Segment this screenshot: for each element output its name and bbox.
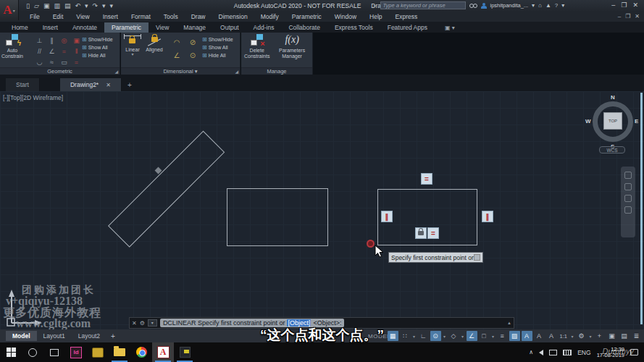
status-toggle-icon[interactable]: ≣ bbox=[631, 331, 642, 341]
start-button[interactable] bbox=[0, 342, 22, 362]
status-toggle-icon[interactable]: ▣ bbox=[606, 331, 617, 341]
show-hide-button[interactable]: ⊞ Show All bbox=[82, 44, 120, 51]
status-toggle-icon[interactable]: ▾ bbox=[570, 331, 574, 341]
layout-tab[interactable]: Model bbox=[6, 331, 37, 341]
indesign-icon[interactable]: Id bbox=[65, 342, 87, 362]
status-toggle-icon[interactable]: ▾ bbox=[412, 331, 417, 341]
doc-window-control-button[interactable]: ❐ bbox=[625, 13, 630, 20]
constraint-icon[interactable]: ∠ bbox=[46, 46, 58, 57]
status-toggle-icon[interactable]: ⚙ bbox=[576, 331, 587, 341]
menu-item[interactable]: Draw bbox=[185, 13, 212, 20]
lock-constraint-badge[interactable] bbox=[415, 227, 427, 239]
photo-app-icon[interactable] bbox=[87, 342, 109, 362]
show-hide-button[interactable]: ⊞ Hide All bbox=[82, 52, 120, 59]
constraint-icon[interactable]: ▭ bbox=[58, 57, 70, 68]
constraint-icon[interactable]: // bbox=[33, 46, 46, 57]
status-toggle-icon[interactable]: ∠ bbox=[467, 331, 477, 341]
volume-icon[interactable] bbox=[539, 350, 543, 355]
status-toggle-icon[interactable]: ▾ bbox=[491, 331, 495, 341]
constraint-icon[interactable]: = bbox=[70, 57, 83, 68]
rotated-rectangle-entity[interactable] bbox=[108, 130, 225, 247]
command-scroll-icon[interactable]: ▲ bbox=[507, 321, 511, 325]
dim-constraint-icon[interactable]: ◠ bbox=[169, 37, 185, 50]
search-input[interactable] bbox=[380, 1, 466, 9]
status-toggle-icon[interactable]: ◇ bbox=[448, 331, 459, 341]
constraint-icon[interactable]: ≈ bbox=[46, 57, 58, 68]
manage-panel-label[interactable]: Manage bbox=[241, 67, 312, 75]
view-cube[interactable]: TOP N S W E bbox=[591, 100, 635, 143]
wcs-dropdown[interactable]: WCS bbox=[599, 146, 625, 153]
delete-constraints-button[interactable]: × Delete Constraints bbox=[244, 34, 269, 59]
viewcube-east[interactable]: E bbox=[635, 118, 638, 125]
doc-window-control-button[interactable]: ✕ bbox=[635, 13, 640, 20]
window-control-button[interactable]: ❐ bbox=[621, 2, 627, 9]
dialog-launcher-icon[interactable]: ◢ bbox=[235, 69, 238, 74]
constraint-icon[interactable]: ∥ bbox=[46, 35, 58, 46]
constraint-icon[interactable]: = bbox=[58, 46, 70, 57]
customize-icon[interactable]: ⚙ bbox=[140, 320, 145, 327]
search-expand-icon[interactable]: ▸ bbox=[374, 3, 377, 9]
task-view-icon[interactable] bbox=[43, 342, 65, 362]
linear-constraint-button[interactable]: Linear ▾ bbox=[124, 34, 141, 56]
equal-constraint-badge[interactable]: = bbox=[427, 227, 439, 239]
window-control-button[interactable]: ✕ bbox=[632, 2, 638, 9]
dim-constraint-icon[interactable]: ∠ bbox=[169, 50, 185, 63]
file-explorer-icon[interactable] bbox=[109, 342, 130, 362]
command-option[interactable]: [Object] bbox=[287, 319, 311, 327]
app-store-icon[interactable]: ⌂ bbox=[538, 2, 542, 9]
constraint-icon[interactable]: ▣ bbox=[70, 35, 83, 46]
menu-item[interactable]: Parametric bbox=[285, 13, 328, 20]
ribbon-tab[interactable]: View bbox=[149, 22, 176, 33]
viewcube-west[interactable]: W bbox=[585, 118, 591, 125]
ribbon-tab[interactable]: Add-ins bbox=[246, 22, 282, 33]
help-icon[interactable]: ? bbox=[555, 2, 558, 9]
drawing-canvas[interactable]: [-][Top][2D Wireframe] = ∥ ∥ = Specify f… bbox=[0, 91, 644, 329]
caret-icon[interactable]: ▾ bbox=[532, 2, 535, 9]
doc-window-control-button[interactable]: – bbox=[618, 13, 621, 20]
menu-item[interactable]: Tools bbox=[157, 13, 185, 20]
status-toggle-icon[interactable]: A bbox=[546, 331, 557, 341]
constraint-icon[interactable]: ◎ bbox=[58, 35, 70, 46]
file-tab-start[interactable]: Start bbox=[6, 78, 40, 91]
cortana-icon[interactable] bbox=[22, 342, 43, 362]
menu-item[interactable]: Help bbox=[363, 13, 388, 20]
close-command-icon[interactable]: ✕ bbox=[132, 320, 137, 327]
parallel-constraint-badge[interactable]: ∥ bbox=[482, 211, 493, 222]
file-tab-drawing2[interactable]: Drawing2* ✕ bbox=[60, 78, 122, 91]
action-center-icon[interactable] bbox=[630, 349, 638, 355]
menu-item[interactable]: Dimension bbox=[212, 13, 254, 20]
caret-icon[interactable]: ▾ bbox=[561, 2, 564, 9]
qat-icon[interactable]: ▱ bbox=[34, 2, 39, 9]
qat-icon[interactable]: ▥ bbox=[54, 2, 60, 9]
ribbon-tab[interactable]: Manage bbox=[176, 22, 213, 33]
keyboard-icon[interactable] bbox=[563, 350, 572, 355]
auto-constrain-button[interactable]: ϟ Auto Constrain bbox=[1, 34, 23, 59]
menu-item[interactable]: View bbox=[70, 13, 96, 20]
application-menu-button[interactable]: A▾ bbox=[0, 0, 19, 20]
equal-constraint-badge[interactable]: = bbox=[421, 173, 432, 185]
ribbon-tab[interactable]: Annotate bbox=[65, 22, 104, 33]
autocad-taskbar-icon[interactable]: A bbox=[152, 342, 174, 362]
status-toggle-icon[interactable]: □ bbox=[479, 331, 490, 341]
show-hide-button[interactable]: ⊞ Show All bbox=[202, 44, 240, 51]
constraint-icon[interactable]: ‖ bbox=[70, 46, 83, 57]
qat-icon[interactable]: ↷ bbox=[93, 2, 99, 9]
middle-rectangle-entity[interactable] bbox=[227, 188, 328, 246]
constraint-icon[interactable]: ◡ bbox=[33, 57, 46, 68]
menu-item[interactable]: Modify bbox=[254, 13, 285, 20]
network-icon[interactable] bbox=[549, 350, 557, 355]
ribbon-tab[interactable]: Featured Apps bbox=[380, 22, 435, 33]
layout-tab[interactable]: Layout1 bbox=[37, 331, 72, 341]
status-toggle-icon[interactable]: ▾ bbox=[588, 331, 593, 341]
dialog-launcher-icon[interactable]: ◢ bbox=[114, 69, 118, 74]
status-toggle-icon[interactable]: ∷ bbox=[400, 331, 411, 341]
status-toggle-icon[interactable]: A bbox=[534, 331, 545, 341]
command-line[interactable]: ✕ ⚙ ▾ DCLINEAR Specify first constraint … bbox=[129, 317, 514, 329]
search-icon[interactable] bbox=[469, 3, 477, 9]
dim-constraint-icon[interactable]: ⊘ bbox=[185, 37, 201, 50]
geometric-panel-label[interactable]: Geometric bbox=[0, 67, 120, 75]
recent-commands-icon[interactable]: ▾ bbox=[148, 319, 157, 327]
ribbon-tab[interactable]: Home bbox=[4, 22, 35, 33]
dimensional-panel-label[interactable]: Dimensional ▾ bbox=[121, 67, 240, 75]
window-control-button[interactable]: – bbox=[611, 2, 615, 9]
